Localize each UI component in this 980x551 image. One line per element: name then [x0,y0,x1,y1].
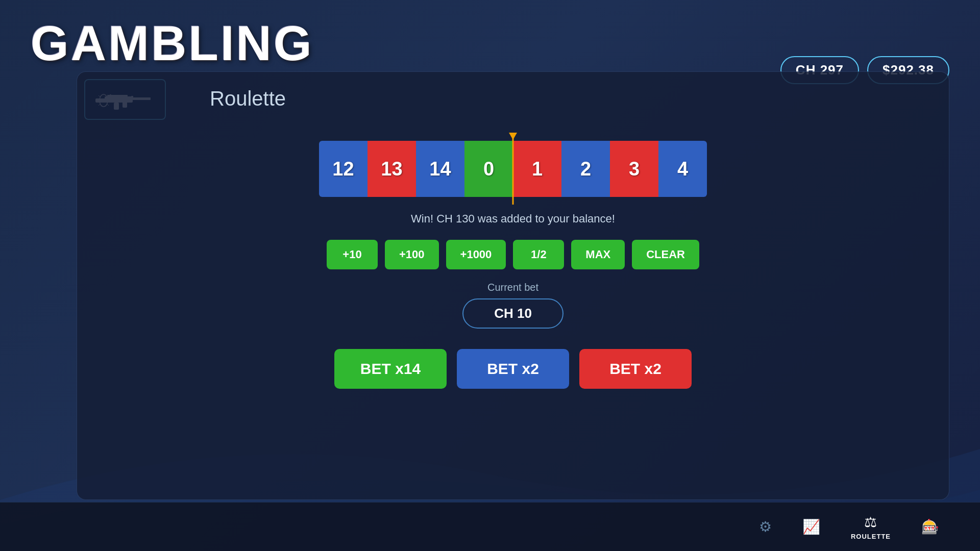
roulette-cell-13: 13 [368,141,416,197]
win-message: Win! CH 130 was added to your balance! [411,212,615,226]
main-panel: Roulette 12131401234 Win! CH 130 was add… [77,71,949,500]
nav-item-2[interactable]: ⚖ROULETTE [851,514,891,540]
bet-buttons-row: +10+100+10001/2MAXCLEAR [327,240,699,269]
roulette-cell-4: 4 [658,141,707,197]
roulette-cell-14: 14 [416,141,464,197]
nav-label-2: ROULETTE [851,533,891,540]
bet-btn-max[interactable]: MAX [571,240,625,269]
bet-btn-100[interactable]: +100 [385,240,439,269]
nav-icon-3: 🎰 [921,518,939,535]
nav-item-1[interactable]: 📈 [802,518,820,535]
current-bet-value: CH 10 [462,298,564,329]
pointer-line [512,133,514,205]
nav-icon-1: 📈 [802,518,820,535]
roulette-cell-1: 1 [513,141,561,197]
roulette-cell-2: 2 [561,141,610,197]
current-bet-label: Current bet [462,282,564,293]
bet-btn-clear[interactable]: CLEAR [632,240,699,269]
big-bet-btn-betx2[interactable]: BET x2 [457,349,569,389]
bet-btn-1000[interactable]: +1000 [446,240,506,269]
big-bet-btn-betx14[interactable]: BET x14 [334,349,447,389]
roulette-title: Roulette [210,87,286,110]
big-bet-row: BET x14BET x2BET x2 [334,349,692,389]
nav-icon-0: ⚙ [759,518,772,535]
current-bet-section: Current bet CH 10 [462,282,564,329]
roulette-cell-12: 12 [319,141,368,197]
nav-item-3[interactable]: 🎰 [921,518,939,535]
nav-item-0[interactable]: ⚙ [759,518,772,535]
bet-btn-10[interactable]: +10 [327,240,378,269]
nav-icon-2: ⚖ [864,514,877,531]
bet-btn-12[interactable]: 1/2 [513,240,564,269]
pointer-top [509,133,517,140]
big-bet-btn-betx2[interactable]: BET x2 [579,349,692,389]
roulette-container: 12131401234 [319,141,707,197]
roulette-cell-0: 0 [464,141,513,197]
bottom-nav: ⚙📈⚖ROULETTE🎰 [0,502,980,551]
page-title: GAMBLING [31,15,314,71]
roulette-cell-3: 3 [610,141,658,197]
